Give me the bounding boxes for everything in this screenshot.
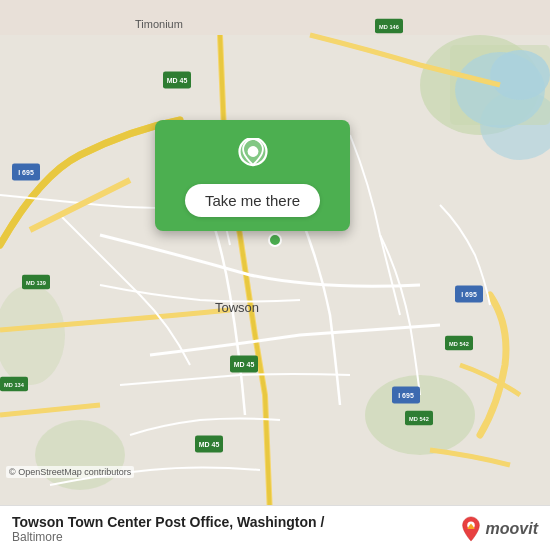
map-popup: Take me there bbox=[155, 120, 350, 231]
take-me-there-button[interactable]: Take me there bbox=[185, 184, 320, 217]
location-pin-icon bbox=[235, 138, 271, 174]
md542-bot-badge: MD 542 bbox=[405, 408, 433, 428]
location-title: Towson Town Center Post Office, Washingt… bbox=[12, 514, 324, 530]
i695-right-badge: I 695 bbox=[455, 284, 483, 304]
md45-top-badge: MD 45 bbox=[163, 70, 191, 90]
moovit-text: moovit bbox=[486, 520, 538, 538]
towson-label: Towson bbox=[215, 300, 259, 315]
svg-point-34 bbox=[247, 146, 258, 157]
svg-text:MD 139: MD 139 bbox=[26, 280, 46, 286]
md45-mid-badge: MD 45 bbox=[230, 354, 258, 374]
svg-text:I 695: I 695 bbox=[398, 392, 414, 399]
timonium-label: Timonium bbox=[135, 18, 183, 30]
md146-badge: MD 146 bbox=[375, 16, 403, 36]
md134-badge: MD 134 bbox=[0, 374, 28, 394]
location-info: Towson Town Center Post Office, Washingt… bbox=[12, 514, 324, 544]
md139-badge: MD 139 bbox=[22, 272, 50, 292]
i695-bottom-right-badge: I 695 bbox=[392, 385, 420, 405]
md542-top-badge: MD 542 bbox=[445, 333, 473, 353]
bottom-bar: Towson Town Center Post Office, Washingt… bbox=[0, 505, 550, 550]
svg-text:MD 134: MD 134 bbox=[4, 382, 25, 388]
location-subtitle: Baltimore bbox=[12, 530, 324, 544]
map-container: Timonium Towson I 695 I 695 I 695 MD 146 bbox=[0, 0, 550, 550]
moovit-logo: moovit bbox=[460, 516, 538, 542]
osm-attribution: © OpenStreetMap contributors bbox=[6, 466, 134, 478]
svg-text:MD 542: MD 542 bbox=[449, 341, 469, 347]
moovit-pin-icon bbox=[460, 516, 482, 542]
svg-text:MD 45: MD 45 bbox=[199, 441, 220, 448]
svg-text:I 695: I 695 bbox=[461, 291, 477, 298]
svg-point-9 bbox=[269, 234, 281, 246]
svg-text:I 695: I 695 bbox=[18, 169, 34, 176]
svg-text:MD 146: MD 146 bbox=[379, 24, 399, 30]
i695-top-badge: I 695 bbox=[12, 162, 40, 182]
md45-bot-badge: MD 45 bbox=[195, 434, 223, 454]
svg-text:MD 542: MD 542 bbox=[409, 416, 429, 422]
svg-point-8 bbox=[490, 50, 550, 100]
svg-text:MD 45: MD 45 bbox=[234, 361, 255, 368]
svg-text:MD 45: MD 45 bbox=[167, 77, 188, 84]
